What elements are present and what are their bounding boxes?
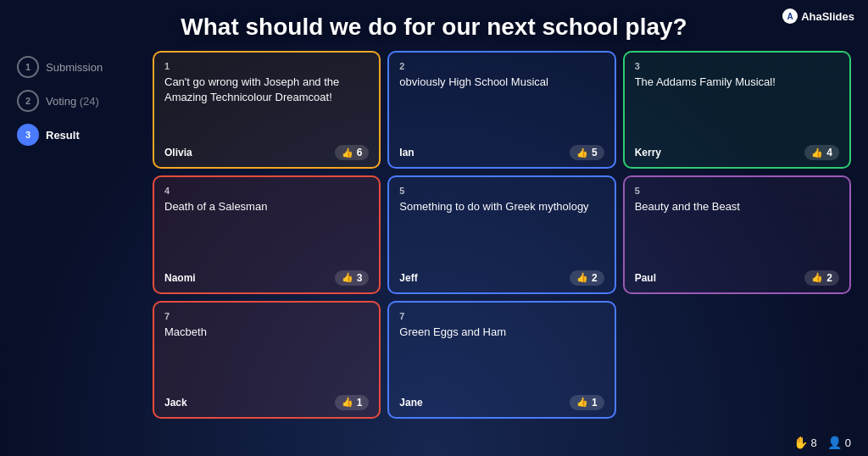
- logo-icon: A: [782, 8, 798, 24]
- card-footer: Paul 👍 2: [635, 270, 839, 286]
- hand-icon: ✋: [793, 436, 808, 449]
- card-footer: Ian 👍 5: [399, 145, 604, 160]
- card-6: 5 Beauty and the Beast Paul 👍 2: [623, 175, 851, 293]
- card-1: 1 Can't go wrong with Joseph and the Ama…: [153, 51, 381, 169]
- card-votes: 👍 5: [570, 145, 604, 160]
- page-content: What should we do for our next school pl…: [0, 0, 868, 456]
- card-4: 4 Death of a Salesman Naomi 👍 3: [153, 175, 381, 293]
- card-author: Paul: [635, 272, 656, 284]
- card-footer: Jane 👍 1: [399, 395, 604, 410]
- card-text: Beauty and the Beast: [635, 199, 839, 214]
- card-text: obviously High School Musical: [399, 75, 604, 90]
- sidebar-label-submission: Submission: [46, 61, 103, 74]
- card-author: Jack: [164, 397, 187, 409]
- pending-stat: 👤 0: [827, 436, 851, 449]
- people-icon: 👤: [827, 436, 842, 449]
- card-rank: 2: [399, 61, 604, 71]
- card-footer: Jeff 👍 2: [399, 270, 604, 286]
- card-author: Olivia: [164, 147, 192, 158]
- card-text: Death of a Salesman: [164, 199, 369, 214]
- step-circle-3: 3: [17, 124, 39, 146]
- sidebar-label-voting: Voting (24): [46, 95, 99, 108]
- card-8: 7 Green Eggs and Ham Jane 👍 1: [387, 301, 615, 419]
- card-votes: 👍 3: [335, 270, 370, 286]
- sidebar-item-result[interactable]: 3 Result: [17, 124, 153, 146]
- main-area: 1 Submission 2 Voting (24) 3 Result 1 Ca…: [0, 47, 868, 431]
- sidebar-label-result: Result: [46, 129, 80, 142]
- card-votes: 👍 2: [804, 270, 839, 286]
- card-2: 2 obviously High School Musical Ian 👍 5: [387, 51, 615, 169]
- sidebar-item-submission: 1 Submission: [17, 56, 153, 78]
- card-votes: 👍 1: [335, 395, 370, 410]
- card-text: The Addams Family Musical!: [635, 75, 839, 90]
- card-author: Naomi: [164, 272, 196, 284]
- step-circle-1: 1: [17, 56, 39, 78]
- participants-count: 8: [811, 437, 817, 449]
- participants-stat: ✋ 8: [793, 436, 817, 449]
- card-author: Ian: [399, 147, 414, 158]
- card-footer: Olivia 👍 6: [164, 145, 369, 160]
- card-rank: 1: [164, 61, 369, 71]
- thumbs-up-icon: 👍: [811, 147, 823, 158]
- step-circle-2: 2: [17, 90, 39, 112]
- sidebar-item-voting: 2 Voting (24): [17, 90, 153, 112]
- card-7: 7 Macbeth Jack 👍 1: [153, 301, 381, 419]
- page-title: What should we do for our next school pl…: [181, 14, 687, 41]
- thumbs-up-icon: 👍: [342, 147, 353, 158]
- card-footer: Kerry 👍 4: [635, 145, 839, 160]
- bottom-bar: ✋ 8 👤 0: [0, 431, 868, 456]
- thumbs-up-icon: 👍: [576, 397, 588, 408]
- card-3: 3 The Addams Family Musical! Kerry 👍 4: [623, 51, 851, 169]
- card-footer: Naomi 👍 3: [164, 270, 369, 286]
- card-text: Macbeth: [164, 325, 369, 340]
- thumbs-up-icon: 👍: [811, 272, 823, 283]
- card-author: Jane: [399, 397, 422, 409]
- card-rank: 7: [399, 311, 604, 321]
- card-author: Kerry: [635, 147, 661, 158]
- card-text: Green Eggs and Ham: [399, 325, 604, 340]
- card-votes: 👍 1: [570, 395, 604, 410]
- card-rank: 7: [164, 311, 369, 321]
- card-rank: 3: [635, 61, 839, 71]
- thumbs-up-icon: 👍: [342, 397, 353, 408]
- card-rank: 5: [399, 186, 604, 196]
- pending-count: 0: [845, 437, 851, 449]
- card-votes: 👍 2: [570, 270, 604, 286]
- thumbs-up-icon: 👍: [576, 272, 588, 283]
- thumbs-up-icon: 👍: [576, 147, 588, 158]
- header: What should we do for our next school pl…: [0, 0, 868, 47]
- thumbs-up-icon: 👍: [342, 272, 353, 283]
- card-rank: 4: [164, 186, 369, 196]
- card-votes: 👍 6: [335, 145, 370, 160]
- card-author: Jeff: [399, 272, 417, 284]
- logo-text: AhaSlides: [801, 10, 854, 23]
- logo: A AhaSlides: [782, 8, 854, 24]
- card-text: Something to do with Greek mythology: [399, 199, 604, 214]
- card-5: 5 Something to do with Greek mythology J…: [387, 175, 615, 293]
- card-votes: 👍 4: [804, 145, 839, 160]
- card-footer: Jack 👍 1: [164, 395, 369, 410]
- cards-grid: 1 Can't go wrong with Joseph and the Ama…: [153, 47, 851, 422]
- card-text: Can't go wrong with Joseph and the Amazi…: [164, 75, 369, 104]
- card-rank: 5: [635, 186, 839, 196]
- sidebar: 1 Submission 2 Voting (24) 3 Result: [17, 47, 153, 422]
